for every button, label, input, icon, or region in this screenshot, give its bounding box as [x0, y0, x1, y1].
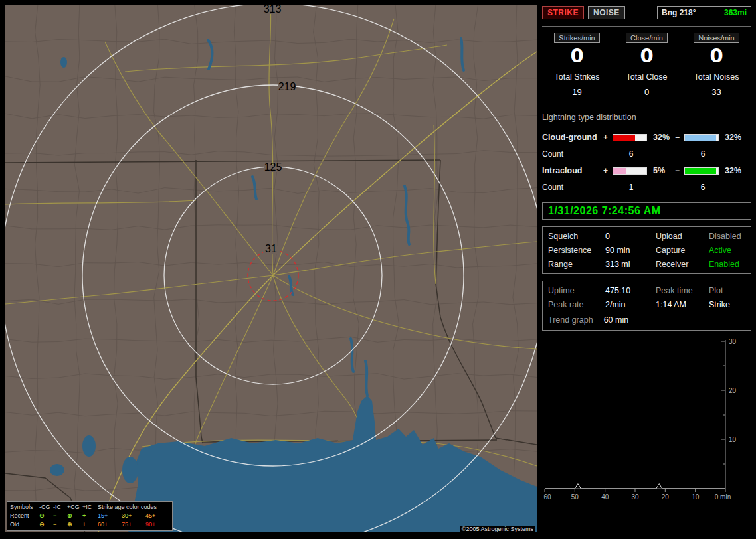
total-close: Total Close 0: [612, 72, 682, 97]
lightning-map[interactable]: 313 219 125 31 Symbols -CG -IC +CG +IC S…: [5, 5, 537, 532]
peak-rate-label: Peak rate: [548, 300, 605, 309]
strikes-per-min-value: 0: [542, 44, 612, 67]
mode-toolbar: STRIKE NOISE Bng 218° 363mi: [542, 5, 751, 20]
legend-header-row: Symbols -CG -IC +CG +IC Strike age color…: [10, 503, 169, 512]
ring-label-313: 313: [264, 5, 282, 15]
age-code-30: 30+: [122, 512, 145, 520]
ic-pos-recent-icon: +: [82, 512, 98, 520]
age-code-45: 45+: [145, 512, 172, 520]
intracloud-count-row: Count 1 6: [542, 183, 751, 192]
cg-positive-bar: [613, 134, 647, 141]
uptime-value: 475:10: [605, 286, 656, 295]
age-code-60: 60+: [98, 520, 122, 529]
trend-graph-label: Trend graph: [548, 315, 593, 325]
receiver-label: Receiver: [656, 260, 709, 269]
age-code-90: 90+: [145, 520, 172, 529]
legend-old-row: Old ⊖ − ⊕ + 60+ 75+ 90+: [10, 520, 169, 529]
total-noises-value: 33: [682, 87, 751, 97]
upload-label: Upload: [656, 232, 709, 241]
legend-col-cg-neg: -CG: [39, 503, 53, 512]
plus-sign: +: [603, 166, 613, 175]
cg-negative-bar: [684, 134, 719, 141]
legend-age-title: Strike age color codes: [98, 503, 172, 512]
total-strikes-label: Total Strikes: [542, 72, 612, 82]
cloud-ground-count-row: Count 6 6: [542, 149, 751, 159]
cloud-ground-label: Cloud-ground: [542, 133, 603, 142]
count-label: Count: [542, 183, 603, 192]
squelch-label: Squelch: [548, 232, 605, 241]
map-canvas: 313 219 125 31: [5, 5, 537, 532]
cg-positive-pct: 32%: [650, 133, 675, 142]
ring-label-125: 125: [264, 161, 282, 173]
ic-positive-bar: [613, 167, 647, 175]
settings-panel: Squelch 0 Upload Disabled Persistence 90…: [542, 226, 751, 274]
close-per-min-label: Close/min: [626, 33, 668, 43]
minus-sign: −: [675, 133, 684, 142]
ring-label-219: 219: [278, 81, 296, 92]
legend-symbols-label: Symbols: [10, 503, 39, 512]
rate-panels: Strikes/min 0 Close/min 0 Noises/min 0: [542, 33, 751, 67]
x-tick-20: 20: [662, 493, 670, 501]
x-tick-60: 60: [543, 493, 551, 501]
ic-positive-pct: 5%: [650, 166, 675, 175]
y-tick-10: 10: [729, 436, 737, 443]
separator: [542, 26, 751, 27]
legend-recent-row: Recent ⊖ − ⊕ + 15+ 30+ 45+: [10, 512, 169, 520]
symbol-legend: Symbols -CG -IC +CG +IC Strike age color…: [7, 501, 173, 531]
strike-mode-button[interactable]: STRIKE: [542, 6, 584, 19]
bearing-label: Bng 218°: [662, 8, 696, 17]
cloud-ground-row: Cloud-ground + 32% − 32%: [542, 133, 751, 142]
ic-neg-old-icon: −: [53, 520, 67, 529]
legend-col-ic-pos: +IC: [82, 503, 98, 512]
uptime-label: Uptime: [548, 286, 605, 295]
total-close-value: 0: [612, 87, 682, 97]
capture-label: Capture: [656, 246, 709, 255]
cg-pos-old-icon: ⊕: [67, 520, 82, 529]
age-code-75: 75+: [122, 520, 145, 529]
peak-rate-value: 2/min: [605, 300, 656, 309]
total-strikes-value: 19: [542, 87, 612, 97]
cg-neg-old-icon: ⊖: [39, 520, 53, 529]
plot-value: Strike: [709, 300, 745, 309]
x-tick-0min: 0 min: [715, 493, 731, 501]
total-strikes: Total Strikes 19: [542, 72, 612, 97]
ic-negative-count: 6: [684, 183, 721, 192]
plus-sign: +: [603, 133, 613, 142]
x-tick-50: 50: [571, 493, 579, 501]
ring-label-31: 31: [265, 243, 277, 254]
x-tick-30: 30: [631, 493, 639, 501]
datetime-panel: 1/31/2026 7:24:56 AM: [542, 202, 751, 220]
close-per-min-panel: Close/min 0: [612, 33, 682, 67]
strikes-per-min-panel: Strikes/min 0: [542, 33, 612, 67]
y-tick-30: 30: [729, 338, 737, 345]
cg-pos-recent-icon: ⊕: [67, 512, 82, 520]
squelch-value: 0: [605, 232, 656, 241]
plot-label: Plot: [709, 286, 745, 295]
persistence-value: 90 min: [605, 246, 656, 255]
peak-time-value: 1:14 AM: [656, 300, 709, 309]
noise-mode-button[interactable]: NOISE: [588, 6, 625, 19]
trend-window-value: 60 min: [604, 315, 629, 325]
receiver-status: Enabled: [709, 260, 745, 269]
persistence-label: Persistence: [548, 246, 605, 255]
legend-col-cg-pos: +CG: [67, 503, 82, 512]
ic-negative-pct: 32%: [721, 166, 744, 175]
legend-recent-label: Recent: [10, 512, 39, 520]
trend-trace: [545, 484, 725, 489]
total-close-label: Total Close: [612, 72, 682, 82]
ic-neg-recent-icon: −: [53, 512, 67, 520]
peak-time-label: Peak time: [656, 286, 709, 295]
bearing-distance: 363mi: [724, 8, 747, 17]
cg-negative-pct: 32%: [721, 133, 744, 142]
bearing-readout: Bng 218° 363mi: [657, 6, 751, 19]
total-noises-label: Total Noises: [682, 72, 751, 82]
minus-sign: −: [675, 166, 684, 175]
capture-status: Active: [709, 246, 745, 255]
upload-status: Disabled: [709, 232, 745, 241]
copyright-text: ©2005 Astrogenic Systems: [460, 526, 535, 532]
close-per-min-value: 0: [612, 44, 682, 67]
intracloud-row: Intracloud + 5% − 32%: [542, 166, 751, 175]
trend-graph: 30 20 10 60 50 40 30 20 10 0 min: [542, 335, 751, 504]
cg-positive-count: 6: [613, 149, 650, 159]
range-value: 313 mi: [605, 260, 656, 269]
